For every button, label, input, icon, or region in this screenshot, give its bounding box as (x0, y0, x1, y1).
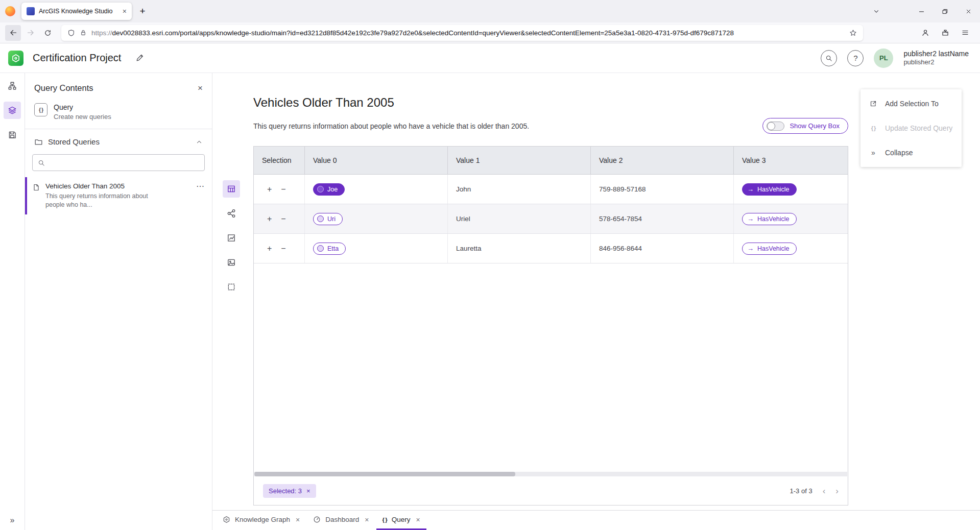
forward-button[interactable] (22, 25, 38, 41)
double-chevron-right-icon: » (869, 149, 878, 157)
value2-text: 578-654-7854 (599, 215, 642, 223)
item-options-icon[interactable]: ⋯ (196, 182, 205, 190)
value1-cell: Uriel (448, 204, 591, 233)
url-text: https://dev0028833.esri.com/portal/apps/… (91, 29, 845, 37)
new-tab-button[interactable]: + (135, 4, 150, 19)
clear-selection-icon[interactable]: × (306, 488, 310, 494)
stored-queries-header[interactable]: Stored Queries (25, 129, 212, 152)
menu-item-add-selection-to[interactable]: Add Selection To (861, 91, 962, 116)
window-minimize-button[interactable] (910, 0, 933, 22)
value0-cell: Etta (305, 234, 448, 263)
save-icon[interactable] (4, 126, 21, 143)
tab-close-icon[interactable]: × (296, 516, 300, 523)
image-icon[interactable] (223, 254, 240, 271)
relationship-pill[interactable]: →HasVehicle (742, 213, 797, 225)
tab-close-button[interactable]: × (123, 8, 127, 15)
table-row: + − Etta Lauretta 846-956-8644 →HasVehic… (254, 234, 848, 263)
chart-icon[interactable] (223, 229, 240, 247)
link-chart-icon[interactable] (223, 205, 240, 222)
user-avatar[interactable]: PL (874, 49, 893, 68)
row-add-button[interactable]: + (267, 185, 272, 194)
value2-cell: 846-956-8644 (591, 234, 734, 263)
stored-queries-search[interactable] (32, 154, 205, 171)
braces-icon: { } (34, 103, 47, 116)
query-contents-panel: Query Contents × { } Query Create new qu… (25, 73, 212, 530)
column-header: Value 3 (734, 147, 848, 174)
reload-button[interactable] (40, 25, 56, 41)
show-query-box-toggle[interactable] (767, 122, 784, 131)
lock-icon[interactable] (80, 29, 87, 36)
row-remove-button[interactable]: − (281, 245, 285, 253)
help-button[interactable]: ? (847, 50, 864, 66)
value2-cell: 759-889-57168 (591, 175, 734, 204)
entity-pill[interactable]: Etta (313, 243, 346, 255)
menu-icon[interactable] (957, 25, 973, 41)
select-marquee-icon[interactable] (223, 278, 240, 296)
chevron-up-icon[interactable] (196, 138, 203, 146)
braces-icon: { } (383, 517, 387, 523)
entity-pill[interactable]: Joe (313, 183, 345, 196)
window-close-button[interactable] (957, 0, 980, 22)
query-viewer: Vehicles Older Than 2005 This query retu… (212, 73, 980, 530)
show-query-box-label: Show Query Box (790, 122, 840, 130)
folder-icon (34, 137, 43, 146)
table-row: + − Joe John 759-889-57168 →HasVehicle (254, 175, 848, 204)
row-remove-button[interactable]: − (281, 185, 285, 194)
tab-close-icon[interactable]: × (365, 516, 369, 523)
firefox-view-button[interactable] (5, 6, 15, 16)
extensions-icon[interactable] (937, 25, 953, 41)
horizontal-scrollbar[interactable] (254, 472, 847, 476)
tracking-protection-shield-icon[interactable] (67, 29, 75, 37)
tab-knowledge-graph[interactable]: Knowledge Graph × (217, 511, 306, 530)
tab-query[interactable]: { } Query × (376, 511, 426, 530)
window-restore-button[interactable] (933, 0, 957, 22)
selection-cell: + − (254, 175, 305, 204)
bookmark-star-icon[interactable] (849, 29, 857, 37)
previous-page-icon[interactable]: ‹ (823, 487, 826, 495)
value3-cell: →HasVehicle (734, 234, 848, 263)
next-page-icon[interactable]: › (835, 487, 839, 495)
tab-close-icon[interactable]: × (416, 516, 420, 523)
tab-favicon (27, 7, 35, 15)
menu-item-label: Collapse (885, 149, 913, 157)
menu-item-collapse[interactable]: » Collapse (861, 140, 962, 165)
data-model-icon[interactable] (4, 77, 21, 94)
value1-text: Lauretta (456, 245, 482, 252)
table-row: + − Uri Uriel 578-654-7854 →HasVehicle (254, 204, 848, 234)
row-remove-button[interactable]: − (281, 215, 285, 223)
edit-title-button[interactable] (135, 54, 144, 62)
user-info[interactable]: publisher2 lastName publisher2 (903, 49, 969, 67)
table-footer: Selected: 3 × 1-3 of 3 ‹ › (254, 476, 848, 505)
list-all-tabs-button[interactable] (868, 3, 885, 20)
browser-tab[interactable]: ArcGIS Knowledge Studio × (21, 3, 132, 20)
toggle-knob (767, 122, 775, 130)
show-query-box-control[interactable]: Show Query Box (762, 118, 848, 134)
relationship-pill[interactable]: →HasVehicle (742, 243, 797, 255)
entity-pill[interactable]: Uri (313, 213, 343, 225)
knowledge-graph-icon (223, 516, 230, 523)
table-view-icon[interactable] (223, 180, 240, 198)
expand-panel-button[interactable]: » (0, 516, 25, 525)
row-add-button[interactable]: + (267, 245, 272, 253)
url-bar[interactable]: https://dev0028833.esri.com/portal/apps/… (61, 25, 863, 41)
left-icon-rail: » (0, 73, 25, 530)
column-header: Selection (254, 147, 305, 174)
account-icon[interactable] (917, 25, 933, 41)
relationship-pill[interactable]: →HasVehicle (742, 183, 797, 196)
stored-query-title: Vehicles Older Than 2005 (45, 182, 154, 190)
search-input[interactable] (49, 159, 199, 166)
new-query-label: Query (54, 103, 111, 111)
panel-close-icon[interactable]: × (198, 84, 203, 92)
menu-item-update-stored-query[interactable]: { } Update Stored Query (861, 116, 962, 140)
layers-icon[interactable] (4, 102, 21, 119)
value2-text: 846-956-8644 (599, 245, 642, 252)
new-query-item[interactable]: { } Query Create new queries (25, 100, 212, 129)
tab-dashboard[interactable]: Dashboard × (307, 511, 375, 530)
row-add-button[interactable]: + (267, 215, 272, 223)
back-button[interactable] (5, 25, 21, 41)
relationship-label: HasVehicle (757, 186, 790, 193)
search-button[interactable] (821, 50, 837, 66)
scrollbar-thumb[interactable] (254, 472, 515, 476)
browser-tab-strip: ArcGIS Knowledge Studio × + (0, 0, 980, 22)
stored-query-item[interactable]: Vehicles Older Than 2005 This query retu… (25, 177, 212, 214)
